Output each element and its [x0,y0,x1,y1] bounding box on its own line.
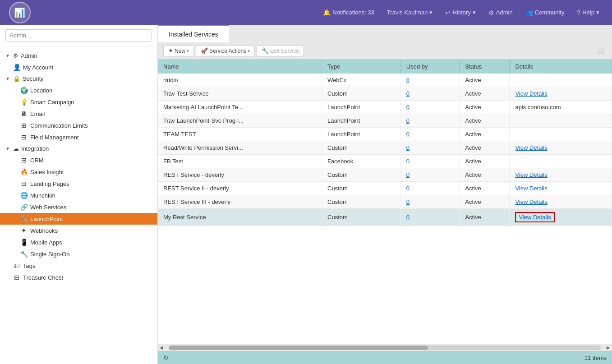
sidebar-item-smart-campaign[interactable]: 💡 Smart Campaign [0,96,157,108]
sidebar-item-label: Sales Insight [30,169,64,175]
web-services-icon: 🔗 [20,203,28,211]
cell-used-by[interactable]: 0 [400,182,460,195]
sidebar-item-label: Field Management [30,134,79,141]
help-icon: ? [577,9,580,16]
cell-used-by[interactable]: 0 [400,155,460,168]
cell-status: Active [460,114,510,128]
cell-details[interactable]: View Details [510,209,612,226]
view-details-button[interactable]: View Details [515,171,547,178]
chevron-down-icon: ▾ [473,9,476,16]
cell-name: TEAM TEST [158,128,322,141]
cell-used-by[interactable]: 0 [400,141,460,155]
sidebar-item-launchpoint[interactable]: 🔧 LaunchPoint [0,213,157,225]
communication-icon: ⊞ [20,122,28,129]
cell-used-by[interactable]: 0 [400,195,460,209]
sales-insight-icon: 🔥 [20,168,28,175]
sidebar-item-field-management[interactable]: ⊟ Field Management [0,131,157,143]
cell-name: REST Service - deverly [158,168,322,182]
sidebar-item-landing-pages[interactable]: ⊟ Landing Pages [0,178,157,189]
sidebar-item-email[interactable]: 🖥 Email [0,108,157,120]
cell-type: Custom [322,182,401,195]
sidebar-item-web-services[interactable]: 🔗 Web Services [0,201,157,213]
sidebar-item-single-sign-on[interactable]: 🔧 Single Sign-On [0,248,157,260]
sidebar-item-label: Integration [21,145,49,152]
sidebar-item-label: Admin [21,52,37,59]
search-input[interactable] [5,29,152,41]
services-table-container: Name Type Used by Status Details rtriolo… [158,60,612,344]
cell-details[interactable]: View Details [510,168,612,182]
sidebar-item-crm[interactable]: ⊟ CRM [0,154,157,166]
admin-button[interactable]: ⚙ Admin [483,6,518,19]
view-details-button[interactable]: View Details [515,185,547,192]
sidebar-item-security[interactable]: ▼ 🔒 Security [0,73,157,84]
cell-used-by[interactable]: 0 [400,74,460,87]
logo-icon: 📊 [14,7,25,18]
user-menu[interactable]: Travis Kaufman ▾ [382,6,438,18]
scrollbar-thumb[interactable] [169,346,428,350]
sidebar-item-my-account[interactable]: 👤 My Account [0,61,157,73]
sidebar-item-admin[interactable]: ▼ ⚙ Admin [0,50,157,61]
sidebar-item-mobile-apps[interactable]: 📱 Mobile Apps [0,236,157,248]
chevron-down-icon: ▾ [187,49,189,53]
edit-service-button[interactable]: 🔧 Edit Service [257,45,304,56]
admin-icon: ⚙ [488,9,494,16]
refresh-icon[interactable]: ↻ [163,354,169,361]
cell-type: LaunchPoint [322,114,401,128]
sidebar-item-label: Webhooks [30,227,58,234]
cell-used-by[interactable]: 0 [400,168,460,182]
edit-service-icon: 🔧 [262,47,269,54]
table-row: REST Service III - deverlyCustom0ActiveV… [158,195,612,209]
crm-icon: ⊟ [20,157,28,164]
sidebar-item-communication-limits[interactable]: ⊞ Communication Limits [0,120,157,131]
column-details: Details [510,60,612,74]
cell-status: Active [460,195,510,209]
cell-type: WebEx [322,74,401,87]
scroll-right-button[interactable]: ▶ [605,345,612,350]
sidebar-item-label: Tags [23,263,35,269]
sidebar-item-tags[interactable]: 🏷 Tags [0,260,157,272]
cell-details[interactable]: View Details [510,141,612,155]
notifications-button[interactable]: 🔔 Notifications: 33 [318,6,380,19]
cell-type: Custom [322,195,401,209]
cell-details[interactable]: View Details [510,182,612,195]
tab-installed-services[interactable]: Installed Services [158,25,229,42]
community-icon: 👥 [525,9,533,16]
service-actions-button[interactable]: 🚀 Service Actions ▾ [196,45,255,56]
cell-details[interactable]: View Details [510,195,612,209]
cell-used-by[interactable]: 0 [400,128,460,141]
sidebar-tree: ▼ ⚙ Admin 👤 My Account ▼ 🔒 Security 🌍 Lo… [0,46,157,287]
sidebar-item-location[interactable]: 🌍 Location [0,84,157,96]
cell-name: REST Service II - deverly [158,182,322,195]
cell-used-by[interactable]: 0 [400,209,460,226]
scrollbar-track[interactable] [169,346,601,350]
window-control-button[interactable]: ⬜ [594,46,607,55]
cell-used-by[interactable]: 0 [400,101,460,114]
new-button[interactable]: ✦ New ▾ [163,45,194,56]
cell-status: Active [460,128,510,141]
sidebar-item-webhooks[interactable]: ✦ Webhooks [0,225,157,236]
status-bar-left: ↻ [163,354,169,361]
view-details-button[interactable]: View Details [515,198,547,205]
view-details-button[interactable]: View Details [515,212,554,222]
sidebar-item-munchkin[interactable]: 🌐 Munchkin [0,189,157,201]
cell-used-by[interactable]: 0 [400,114,460,128]
table-row: TEAM TESTLaunchPoint0Active [158,128,612,141]
help-button[interactable]: ? Help ▾ [571,6,605,19]
cell-details[interactable]: View Details [510,87,612,101]
logo[interactable]: 📊 [7,0,32,25]
cell-status: Active [460,155,510,168]
view-details-button[interactable]: View Details [515,144,547,151]
scroll-left-button[interactable]: ◀ [158,345,165,350]
sidebar-item-treasure-chest[interactable]: ⊟ Treasure Chest [0,272,157,283]
history-button[interactable]: ↩ History ▾ [440,6,481,19]
sidebar-item-sales-insight[interactable]: 🔥 Sales Insight [0,166,157,178]
sidebar-item-label: Email [30,111,45,117]
sidebar-item-integration[interactable]: ▼ ☁ Integration [0,143,157,154]
view-details-button[interactable]: View Details [515,90,547,97]
horizontal-scrollbar[interactable]: ◀ ▶ [158,344,612,351]
table-row: My Rest ServiceCustom0ActiveView Details [158,209,612,226]
cell-type: LaunchPoint [322,101,401,114]
community-button[interactable]: 👥 Community [520,6,570,19]
cell-used-by[interactable]: 0 [400,87,460,101]
expand-icon: ▼ [5,53,10,58]
